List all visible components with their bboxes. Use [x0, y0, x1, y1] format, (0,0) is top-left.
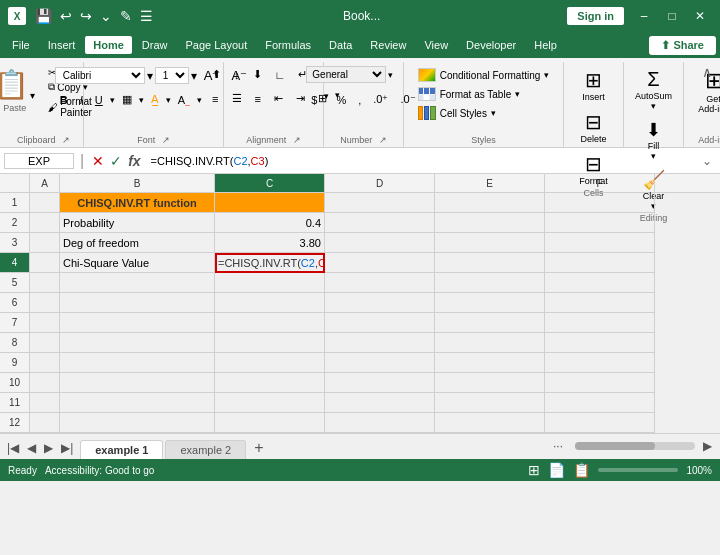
cell-styles-button[interactable]: Cell Styles ▾ — [414, 104, 554, 122]
menu-home[interactable]: Home — [85, 36, 132, 54]
menu-review[interactable]: Review — [362, 36, 414, 54]
scroll-right-button[interactable]: ▶ — [699, 437, 716, 455]
menu-page-layout[interactable]: Page Layout — [177, 36, 255, 54]
formula-input[interactable]: =CHISQ.INV.RT(C2,C3) — [147, 153, 694, 169]
col-header-d[interactable]: D — [325, 174, 435, 192]
cell-a4[interactable] — [30, 253, 60, 273]
cell-c3[interactable]: 3.80 — [215, 233, 325, 253]
more-tools-icon[interactable]: ☰ — [137, 6, 156, 26]
paste-button[interactable]: 📋 ▾ — [0, 66, 37, 103]
zoom-slider[interactable] — [598, 468, 678, 472]
cell-c11[interactable] — [215, 393, 325, 413]
menu-view[interactable]: View — [416, 36, 456, 54]
font-name-select[interactable]: Calibri — [55, 67, 145, 84]
cell-b10[interactable] — [60, 373, 215, 393]
menu-file[interactable]: File — [4, 36, 38, 54]
cell-c4[interactable]: =CHISQ.INV.RT(C2,C3) — [215, 253, 325, 273]
format-as-table-dropdown[interactable]: ▾ — [515, 89, 520, 99]
cell-a5[interactable] — [30, 273, 60, 293]
cell-d7[interactable] — [325, 313, 435, 333]
cell-d8[interactable] — [325, 333, 435, 353]
autosum-button[interactable]: Σ AutoSum ▾ — [631, 66, 676, 113]
font-color-dropdown[interactable]: ▾ — [197, 95, 202, 105]
cell-b1[interactable]: CHISQ.INV.RT function — [60, 193, 215, 213]
bold-button[interactable]: B — [55, 92, 73, 108]
cell-a9[interactable] — [30, 353, 60, 373]
tab-nav-last[interactable]: ▶| — [58, 439, 76, 457]
cell-b4[interactable]: Chi-Square Value — [60, 253, 215, 273]
alignment-expand-icon[interactable]: ↗ — [293, 135, 301, 145]
cell-e6[interactable] — [435, 293, 545, 313]
cell-b11[interactable] — [60, 393, 215, 413]
cell-c7[interactable] — [215, 313, 325, 333]
cell-d12[interactable] — [325, 413, 435, 433]
percent-button[interactable]: % — [331, 91, 351, 108]
font-color-button[interactable]: A_ — [173, 92, 195, 108]
insert-cells-button[interactable]: ⊞ Insert — [575, 66, 611, 104]
menu-formulas[interactable]: Formulas — [257, 36, 319, 54]
cell-e2[interactable] — [435, 213, 545, 233]
sheet-more-options-button[interactable]: ··· — [549, 437, 567, 455]
cell-f7[interactable] — [545, 313, 655, 333]
paste-dropdown-arrow[interactable]: ▾ — [30, 90, 35, 101]
save-icon[interactable]: 💾 — [32, 6, 55, 26]
font-size-dropdown[interactable]: ▾ — [191, 69, 197, 83]
border-dropdown[interactable]: ▾ — [139, 95, 144, 105]
cell-e4[interactable] — [435, 253, 545, 273]
cell-d3[interactable] — [325, 233, 435, 253]
cell-d5[interactable] — [325, 273, 435, 293]
confirm-formula-button[interactable]: ✓ — [108, 153, 124, 169]
tab-nav-prev[interactable]: ◀ — [24, 439, 39, 457]
cell-f5[interactable] — [545, 273, 655, 293]
cell-f6[interactable] — [545, 293, 655, 313]
cell-c8[interactable] — [215, 333, 325, 353]
row-num-12[interactable]: 12 — [0, 413, 29, 433]
underline-dropdown[interactable]: ▾ — [110, 95, 115, 105]
cell-b9[interactable] — [60, 353, 215, 373]
cell-f11[interactable] — [545, 393, 655, 413]
scroll-bar[interactable] — [575, 442, 695, 450]
format-cells-button[interactable]: ⊟ Format — [575, 150, 612, 188]
row-num-9[interactable]: 9 — [0, 353, 29, 373]
cell-c2[interactable]: 0.4 — [215, 213, 325, 233]
maximize-button[interactable]: □ — [660, 6, 684, 26]
ribbon-collapse-button[interactable]: ∧ — [698, 62, 716, 82]
autosum-dropdown[interactable]: ▾ — [651, 101, 656, 111]
cell-a6[interactable] — [30, 293, 60, 313]
sheet-tab-example2[interactable]: example 2 — [165, 440, 246, 459]
cell-b6[interactable] — [60, 293, 215, 313]
insert-function-button[interactable]: fx — [126, 153, 142, 169]
font-size-select[interactable]: 11 — [155, 67, 189, 84]
number-format-dropdown[interactable]: ▾ — [388, 70, 393, 80]
cell-a2[interactable] — [30, 213, 60, 233]
align-center-button[interactable]: ☰ — [227, 90, 247, 107]
align-middle-button[interactable]: ↕ — [229, 66, 245, 83]
delete-cells-button[interactable]: ⊟ Delete — [575, 108, 611, 146]
cell-b12[interactable] — [60, 413, 215, 433]
cell-a10[interactable] — [30, 373, 60, 393]
accounting-dropdown[interactable]: ▾ — [324, 91, 329, 108]
clipboard-expand-icon[interactable]: ↗ — [62, 135, 70, 145]
menu-insert[interactable]: Insert — [40, 36, 84, 54]
share-button[interactable]: ⬆ Share — [649, 36, 716, 55]
cell-e1[interactable] — [435, 193, 545, 213]
cell-d10[interactable] — [325, 373, 435, 393]
menu-developer[interactable]: Developer — [458, 36, 524, 54]
row-num-1[interactable]: 1 — [0, 193, 29, 213]
cell-b8[interactable] — [60, 333, 215, 353]
italic-button[interactable]: I — [75, 92, 88, 108]
fill-color-button[interactable]: A̲ — [146, 91, 164, 108]
page-break-view-button[interactable]: 📋 — [573, 462, 590, 478]
cell-d6[interactable] — [325, 293, 435, 313]
cell-e9[interactable] — [435, 353, 545, 373]
cell-e11[interactable] — [435, 393, 545, 413]
row-num-10[interactable]: 10 — [0, 373, 29, 393]
conditional-formatting-dropdown[interactable]: ▾ — [544, 70, 549, 80]
cell-e8[interactable] — [435, 333, 545, 353]
row-num-2[interactable]: 2 — [0, 213, 29, 233]
border-button[interactable]: ▦ — [117, 91, 137, 108]
redo-icon[interactable]: ↪ — [77, 6, 95, 26]
cell-d1[interactable] — [325, 193, 435, 213]
cell-f3[interactable] — [545, 233, 655, 253]
add-sheet-button[interactable]: + — [248, 439, 269, 459]
